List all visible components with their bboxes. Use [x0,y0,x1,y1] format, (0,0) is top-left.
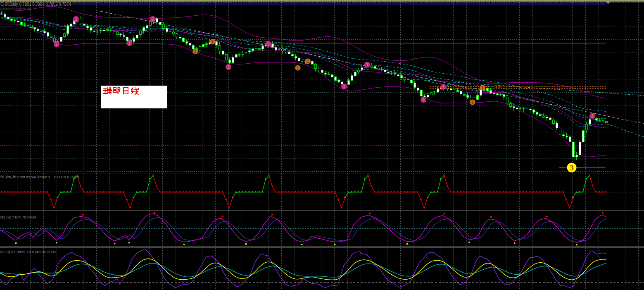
svg-text:fe Jim, but not as we know it.: fe Jim, but not as we know it... 0.0010 … [0,175,79,179]
svg-text:1: 1 [211,40,214,44]
svg-text:1: 1 [422,98,425,102]
svg-text:1: 1 [194,49,197,54]
svg-text:1: 1 [227,65,230,70]
svg-text:3: 3 [570,163,574,172]
svg-text:1: 1 [267,42,269,46]
svg-text:1: 1 [128,41,131,46]
svg-text:1: 1 [343,84,345,89]
svg-text:CHF,Daily 0.7901 0.7904 0.785: CHF,Daily 0.7901 0.7904 0.7852 0.7874 [0,2,71,7]
svg-text:1: 1 [471,100,474,105]
svg-text:1: 1 [55,42,58,47]
svg-text:1: 1 [591,114,594,118]
svg-text:1: 1 [152,17,154,22]
svg-text:9,9,3) 83.9829 78.9743 92.2002: 9,9,3) 83.9829 78.9743 92.2002 [0,249,56,254]
svg-text:1: 1 [75,17,77,22]
svg-text:1: 1 [307,59,309,64]
svg-text:1: 1 [366,62,368,67]
svg-text:1: 1 [297,66,299,70]
svg-text://www.fixedline.cn: //www.fixedline.cn [0,7,31,11]
svg-text:;42 52.7104 70.8984: ;42 52.7104 70.8984 [0,215,36,219]
svg-text:1: 1 [481,86,484,90]
svg-text:1: 1 [442,85,444,89]
